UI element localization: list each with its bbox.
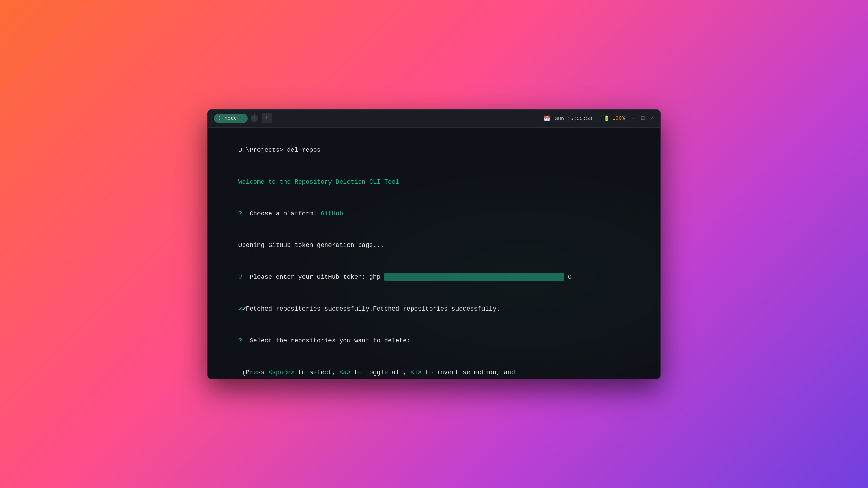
titlebar:  node ~ × + 📅 Sun 15:55:53 —🔋 100% — □ … <box>208 110 660 128</box>
maximize-button[interactable]: □ <box>641 115 645 121</box>
question-mark-2: ? <box>238 274 246 280</box>
apple-icon:  <box>219 116 221 121</box>
question-mark-1: ? <box>238 210 246 217</box>
terminal-select-line: ? Select the repositories you want to de… <box>216 325 652 357</box>
window-controls: — □ × <box>632 115 654 121</box>
terminal-fetched-line: ✔✔Fetched repositories successfully.Fetc… <box>216 293 652 325</box>
close-button[interactable]: × <box>651 115 654 121</box>
tab-label: node ~ <box>224 116 243 121</box>
active-tab[interactable]:  node ~ <box>214 114 248 123</box>
minimize-button[interactable]: — <box>632 115 635 121</box>
terminal-opening-line: Opening GitHub token generation page... <box>216 230 652 261</box>
terminal-welcome-line: Welcome to the Repository Deletion CLI T… <box>216 166 652 198</box>
titlebar-right: 📅 Sun 15:55:53 —🔋 100% <box>544 115 625 122</box>
checkmark-icon: ✔ <box>238 305 242 312</box>
battery-icon: —🔋 <box>600 115 610 122</box>
datetime-display: 📅 Sun 15:55:53 <box>544 115 592 122</box>
battery-display: —🔋 100% <box>600 115 625 122</box>
calendar-icon: 📅 <box>544 116 550 122</box>
terminal-token-line: ? Please enter your GitHub token: ghp_██… <box>216 261 652 293</box>
terminal-instructions-line1: (Press <space> to select, <a> to toggle … <box>216 357 652 379</box>
terminal-prompt-line: D:\Projects> del-repos <box>216 135 652 166</box>
close-tab-button[interactable]: × <box>251 114 258 122</box>
add-tab-button[interactable]: + <box>262 113 272 123</box>
terminal-body[interactable]: D:\Projects> del-repos Welcome to the Re… <box>208 128 660 379</box>
terminal-window:  node ~ × + 📅 Sun 15:55:53 —🔋 100% — □ … <box>207 109 661 379</box>
terminal-platform-line: ? Choose a platform: GitHub <box>216 198 652 230</box>
question-mark-3: ? <box>238 337 246 344</box>
token-hidden: ████████████████████████████████████████ <box>384 273 564 281</box>
